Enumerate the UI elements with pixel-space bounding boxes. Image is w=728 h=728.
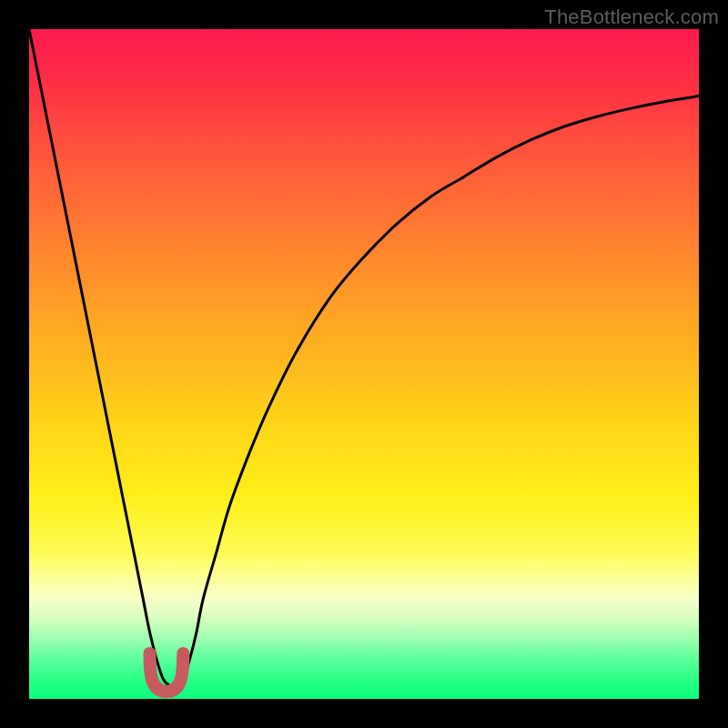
bottleneck-curve xyxy=(29,29,699,686)
chart-frame: TheBottleneck.com xyxy=(0,0,728,728)
chart-plot-area xyxy=(29,29,699,699)
watermark-text: TheBottleneck.com xyxy=(544,5,719,29)
optimal-point-marker xyxy=(149,653,183,692)
chart-svg xyxy=(29,29,699,699)
